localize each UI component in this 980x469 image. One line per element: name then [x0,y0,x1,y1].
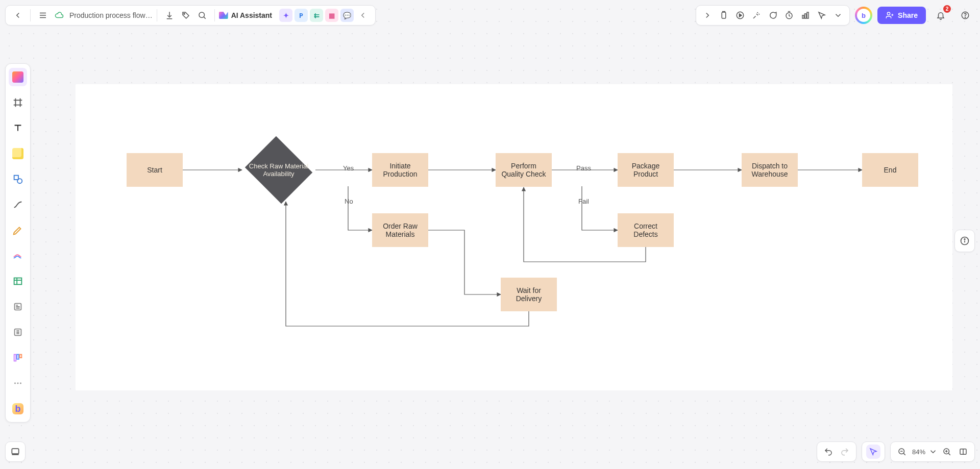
node-end[interactable]: End [862,153,918,187]
svg-point-25 [17,383,19,384]
sticky-note-icon [12,148,23,159]
top-right-toolbar: b Share 2 [696,5,975,26]
ai-chip-flow[interactable]: ⇇ [310,9,323,22]
svg-rect-18 [14,278,22,285]
svg-point-3 [184,13,185,14]
node-wait[interactable]: Wait for Delivery [501,278,557,311]
shape-tool[interactable] [9,170,27,188]
frame-tool[interactable] [9,93,27,112]
user-avatar[interactable]: b [855,7,872,24]
node-order[interactable]: Order Raw Materials [372,213,428,247]
zoom-menu-button[interactable] [928,445,938,459]
svg-line-33 [903,453,905,455]
node-dispatch[interactable]: Dispatch to Warehouse [742,153,798,187]
present-button[interactable] [733,8,747,22]
svg-point-30 [964,239,965,240]
ai-chip-sparkle[interactable]: ✦ [279,9,292,22]
ai-chip-grid[interactable]: ▦ [325,9,338,22]
node-correct[interactable]: Correct Defects [618,213,674,247]
svg-line-37 [948,453,950,455]
text-tool[interactable] [9,119,27,137]
svg-point-24 [14,383,16,384]
back-button[interactable] [11,8,25,22]
edge-label-fail: Fail [578,198,589,205]
zoom-level[interactable]: 84% [910,448,927,456]
left-tool-palette: b [5,63,31,423]
edge-label-pass: Pass [576,164,591,172]
download-button[interactable] [162,8,177,22]
timer-button[interactable] [782,8,796,22]
svg-rect-23 [20,355,22,358]
svg-point-4 [199,12,205,18]
help-button[interactable] [957,7,974,24]
svg-line-5 [204,17,205,18]
pointer-button[interactable] [815,8,829,22]
pen-tool[interactable] [9,221,27,239]
kanban-tool[interactable] [9,349,27,367]
connector-tool[interactable] [9,195,27,214]
svg-rect-16 [14,176,18,180]
top-left-toolbar: Production process flow… AI Assistant ✦ … [5,5,376,26]
templates-tool[interactable] [9,68,27,86]
svg-point-13 [887,12,890,15]
info-button[interactable] [954,230,975,252]
notification-badge: 2 [943,5,951,13]
menu-button[interactable] [36,8,50,22]
collapse-chips-button[interactable] [356,8,370,22]
node-check[interactable]: Check Raw Material Availability [243,139,314,201]
svg-point-17 [17,179,22,183]
share-button[interactable]: Share [877,7,926,24]
document-title[interactable]: Production process flow… [69,11,153,19]
ai-chip-p[interactable]: P [295,9,308,22]
node-start[interactable]: Start [127,153,183,187]
node-perform[interactable]: Perform Quality Check [496,153,552,187]
fit-screen-button[interactable] [956,445,970,459]
expand-panel-button[interactable] [700,8,715,22]
avatar-initial: b [857,9,870,22]
comment-button[interactable] [766,8,780,22]
zoom-out-button[interactable] [895,445,909,459]
bottom-right-controls: 84% [817,441,975,462]
cloud-sync-icon[interactable] [52,8,66,22]
clipboard-button[interactable] [717,8,731,22]
svg-rect-11 [805,14,806,18]
list-tool[interactable] [9,323,27,341]
apps-tool[interactable]: b [9,400,27,418]
effects-button[interactable] [749,8,764,22]
undo-button[interactable] [821,445,836,459]
tag-button[interactable] [179,8,193,22]
svg-rect-21 [14,355,16,361]
notifications-button[interactable]: 2 [932,7,949,24]
sticky-note-tool[interactable] [9,144,27,163]
svg-marker-8 [740,14,742,17]
ai-assistant-button[interactable]: AI Assistant [219,11,272,19]
select-tool[interactable] [866,445,880,459]
card-tool[interactable] [9,298,27,316]
edge-label-yes: Yes [343,164,354,172]
vote-button[interactable] [798,8,813,22]
svg-rect-10 [802,15,804,18]
svg-rect-6 [722,12,726,18]
flow-connectors [76,84,952,390]
edge-label-no: No [345,198,353,205]
table-tool[interactable] [9,272,27,290]
node-initiate[interactable]: Initiate Production [372,153,428,187]
search-button[interactable] [195,8,209,22]
zoom-in-button[interactable] [940,445,954,459]
minimap-button[interactable] [5,441,26,462]
svg-point-15 [965,17,965,17]
svg-rect-22 [17,355,19,359]
svg-rect-27 [12,449,18,454]
apps-icon: b [12,403,23,414]
more-tool[interactable] [9,374,27,392]
ai-logo-icon [219,12,228,19]
ai-chip-chat[interactable]: 💬 [340,9,354,22]
templates-icon [12,71,23,83]
node-package[interactable]: Package Product [618,153,674,187]
node-check-label: Check Raw Material Availability [243,162,314,178]
more-tools-button[interactable] [831,8,845,22]
smart-draw-tool[interactable] [9,246,27,265]
redo-button[interactable] [838,445,852,459]
diagram-board[interactable]: Yes No Pass Fail Start Check Raw Materia… [76,84,952,390]
svg-rect-12 [807,12,808,18]
